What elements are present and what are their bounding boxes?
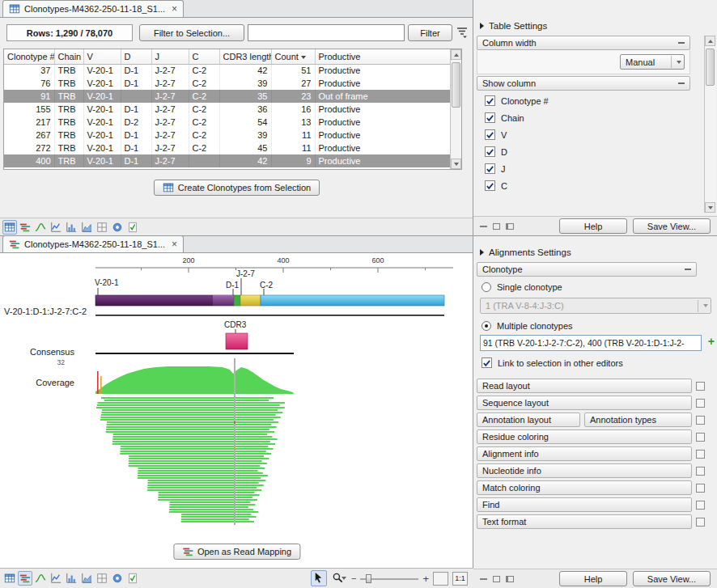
single-clonotype-radio[interactable]: Single clonotype [482,278,562,295]
section-popout-icon[interactable] [696,416,705,425]
zoom-tool-button[interactable] [331,570,347,586]
checkbox-checked-icon[interactable] [485,180,495,191]
open-read-mapping-button[interactable]: Open as Read Mapping [173,544,300,560]
table-row[interactable]: 155TRBV-20-1D-1J-2-7C-23616Productive [4,103,451,116]
save-view-button[interactable]: Save View... [633,218,711,234]
table-row[interactable]: 400TRBV-20-1D-1J-2-7429Productive [4,154,451,167]
link-selection-checkbox[interactable]: Link to selection in other editors [482,354,623,371]
curve-view-icon[interactable] [33,220,48,235]
collapse-icon[interactable] [678,42,685,44]
donut-view-icon[interactable] [110,571,125,586]
table-vertical-scrollbar[interactable] [450,49,461,169]
tab-clonotypes-alignment[interactable]: Clonotypes-M4362-250-11-18_S1... × [2,235,184,252]
section-alignment-info[interactable]: Alignment info [477,446,692,461]
section-text-format[interactable]: Text format [477,514,692,529]
section-popout-icon[interactable] [696,433,705,442]
section-match-coloring[interactable]: Match coloring [477,480,692,495]
column-width-group-header[interactable]: Column width [477,36,690,50]
histogram-view-icon[interactable] [64,571,78,586]
show-column-c[interactable]: C [485,177,685,194]
column-header-productive[interactable]: Productive [315,49,451,64]
table-view-icon[interactable] [2,220,17,235]
section-popout-icon[interactable] [696,382,705,391]
radio-selected-icon[interactable] [482,321,491,331]
close-tab-icon[interactable]: × [172,239,177,249]
section-nucleotide-info[interactable]: Nucleotide info [477,463,692,478]
show-column-d[interactable]: D [485,143,685,160]
scroll-up-icon[interactable] [451,49,461,60]
column-header-cdr3-length[interactable]: CDR3 length [219,49,271,64]
collapse-all-icon[interactable] [480,226,487,227]
alignment-canvas[interactable]: 200 400 600 V-20-1 J-2-7 D-1 C-2 V-20-1:… [0,253,473,568]
column-header-c[interactable]: C [189,49,219,64]
column-header-clonotype-[interactable]: Clonotype # [4,49,54,64]
section-popout-icon[interactable] [696,501,705,510]
annotation-types-button[interactable]: Annotation types [584,412,692,427]
float-panel-icon[interactable] [493,223,500,230]
scroll-down-icon[interactable] [451,159,461,169]
float-panel-icon[interactable] [493,576,500,582]
section-annotation-layout[interactable]: Annotation layout [477,412,580,427]
area-chart-view-icon[interactable] [79,220,94,235]
add-clonotype-icon[interactable]: + [708,336,715,347]
histogram-view-icon[interactable] [64,220,78,235]
checkbox-checked-icon[interactable] [485,129,495,140]
zoom-slider-handle[interactable] [366,574,371,583]
table-row[interactable]: 272TRBV-20-1D-1J-2-7C-24511Productive [4,142,451,154]
section-popout-icon[interactable] [696,484,705,493]
grid-view-icon[interactable] [95,571,109,586]
column-header-d[interactable]: D [121,49,151,64]
scroll-down-icon[interactable] [705,202,715,213]
section-find[interactable]: Find [477,497,692,512]
show-column-chain[interactable]: Chain [485,109,685,126]
collapse-icon[interactable] [678,82,685,84]
create-clonotypes-button[interactable]: Create Clonotypes from Selection [154,180,320,196]
multiple-clonotypes-radio[interactable]: Multiple clonotypes [482,317,573,334]
checkbox-checked-icon[interactable] [482,357,492,368]
expand-icon[interactable] [480,249,484,256]
help-button[interactable]: Help [559,571,627,586]
show-column-v[interactable]: V [485,126,685,143]
expand-icon[interactable] [480,23,484,29]
checkbox-checked-icon[interactable] [485,163,495,174]
scroll-thumb[interactable] [706,49,715,86]
section-read-layout[interactable]: Read layout [477,379,692,393]
checkbox-checked-icon[interactable] [485,95,495,106]
section-popout-icon[interactable] [696,518,705,527]
help-button[interactable]: Help [559,218,627,234]
filter-button[interactable]: Filter [408,24,452,41]
checkbox-checked-icon[interactable] [485,146,495,157]
multiple-clonotypes-input[interactable]: 91 (TRB V-20-1:J-2-7:C-2), 400 (TRB V-20… [480,335,702,351]
settings-scrollbar[interactable] [704,36,715,213]
scroll-thumb[interactable] [452,62,460,108]
area-chart-view-icon[interactable] [79,571,94,586]
radio-unselected-icon[interactable] [482,282,491,292]
section-residue-coloring[interactable]: Residue coloring [477,429,692,444]
scroll-up-icon[interactable] [705,36,715,46]
collapse-all-icon[interactable] [480,578,487,580]
collapse-icon[interactable] [685,269,691,270]
column-width-select[interactable]: Manual [620,54,685,70]
alignment-view-icon[interactable] [18,220,32,235]
section-sequence-layout[interactable]: Sequence layout [477,396,692,410]
table-row[interactable]: 217TRBV-20-1D-2J-2-7C-25413Productive [4,116,451,129]
line-chart-view-icon[interactable] [49,571,63,586]
table-row[interactable]: 91TRBV-20-1J-2-7C-23523Out of frame [4,90,451,103]
zoom-out-button[interactable]: − [351,573,356,583]
table-row[interactable]: 76TRBV-20-1D-1J-2-7C-23927Productive [4,77,451,90]
column-header-count[interactable]: Count [271,49,315,64]
curve-view-icon[interactable] [33,571,48,586]
zoom-100-button[interactable]: 1:1 [452,572,468,586]
show-column-j[interactable]: J [485,160,685,177]
donut-view-icon[interactable] [110,220,125,235]
tab-clonotypes-table[interactable]: Clonotypes-M4362-250-11-18_S1... × [2,0,184,17]
section-popout-icon[interactable] [696,450,705,459]
table-row[interactable]: 37TRBV-20-1D-1J-2-7C-24251Productive [4,64,451,77]
show-column-clonotype-[interactable]: Clonotype # [485,92,685,109]
grid-view-icon[interactable] [95,220,109,235]
filter-to-selection-button[interactable]: Filter to Selection... [139,24,244,41]
checklist-view-icon[interactable] [125,220,140,235]
clonotype-group-header[interactable]: Clonotype [477,262,697,277]
table-view-icon[interactable] [2,571,17,586]
line-chart-view-icon[interactable] [49,220,63,235]
